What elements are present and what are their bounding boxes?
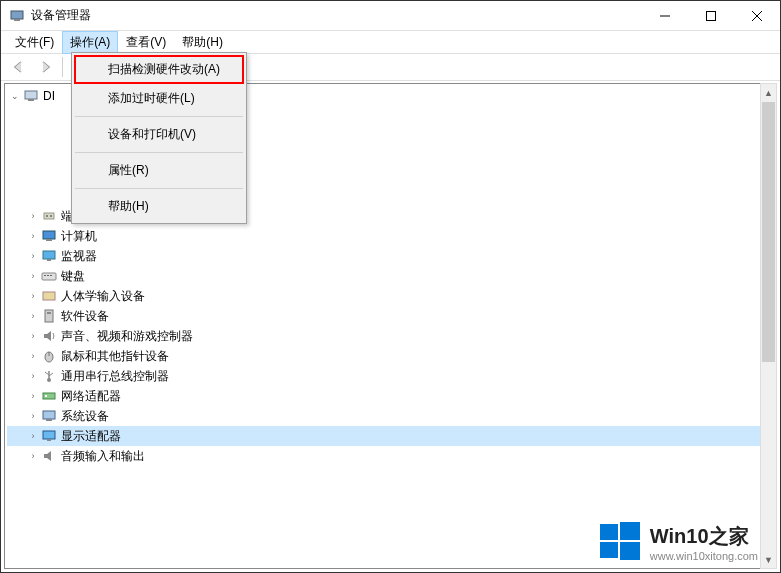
tree-item-usb[interactable]: ›通用串行总线控制器 xyxy=(7,366,774,386)
svg-rect-20 xyxy=(45,310,53,322)
system-icon xyxy=(41,408,57,424)
tree-item-computer[interactable]: ›计算机 xyxy=(7,226,774,246)
collapse-icon[interactable]: ⌄ xyxy=(7,88,23,104)
svg-rect-8 xyxy=(44,213,54,219)
mouse-icon xyxy=(41,348,57,364)
svg-rect-16 xyxy=(44,275,46,276)
svg-rect-18 xyxy=(50,275,52,276)
expand-icon[interactable]: › xyxy=(25,448,41,464)
expand-icon[interactable]: › xyxy=(25,428,41,444)
back-button[interactable] xyxy=(7,56,31,78)
port-icon xyxy=(41,208,57,224)
toolbar-separator xyxy=(62,57,63,77)
display-icon xyxy=(41,428,57,444)
app-icon xyxy=(9,8,25,24)
svg-rect-33 xyxy=(47,439,51,441)
menu-help[interactable]: 帮助(H) xyxy=(174,31,231,54)
svg-rect-32 xyxy=(43,431,55,439)
menubar: 文件(F) 操作(A) 查看(V) 帮助(H) xyxy=(1,31,780,53)
svg-rect-19 xyxy=(43,292,55,300)
expand-icon[interactable]: › xyxy=(25,348,41,364)
window-controls xyxy=(642,1,780,31)
menu-properties[interactable]: 属性(R) xyxy=(74,156,244,185)
monitor-icon xyxy=(41,248,57,264)
maximize-button[interactable] xyxy=(688,1,734,31)
keyboard-icon xyxy=(41,268,57,284)
tree-item-hid[interactable]: ›人体学输入设备 xyxy=(7,286,774,306)
svg-rect-21 xyxy=(47,312,51,314)
tree-item-mouse[interactable]: ›鼠标和其他指针设备 xyxy=(7,346,774,366)
svg-rect-12 xyxy=(46,239,52,241)
tree-item-audioio[interactable]: ›音频输入和输出 xyxy=(7,446,774,466)
menu-separator xyxy=(75,116,243,117)
svg-rect-7 xyxy=(28,99,34,101)
computer-icon xyxy=(41,228,57,244)
menu-file[interactable]: 文件(F) xyxy=(7,31,62,54)
computer-icon xyxy=(23,88,39,104)
tree-item-keyboard[interactable]: ›键盘 xyxy=(7,266,774,286)
tree-item-software[interactable]: ›软件设备 xyxy=(7,306,774,326)
tree-item-system[interactable]: ›系统设备 xyxy=(7,406,774,426)
menu-separator xyxy=(75,152,243,153)
expand-icon[interactable]: › xyxy=(25,388,41,404)
menu-scan-hardware[interactable]: 扫描检测硬件改动(A) xyxy=(74,55,244,84)
minimize-button[interactable] xyxy=(642,1,688,31)
svg-rect-30 xyxy=(43,411,55,419)
svg-rect-31 xyxy=(46,419,52,421)
svg-rect-17 xyxy=(47,275,49,276)
scrollbar-thumb[interactable] xyxy=(762,102,775,362)
menu-devices-printers[interactable]: 设备和打印机(V) xyxy=(74,120,244,149)
titlebar: 设备管理器 xyxy=(1,1,780,31)
action-dropdown: 扫描检测硬件改动(A) 添加过时硬件(L) 设备和打印机(V) 属性(R) 帮助… xyxy=(71,52,247,224)
audioio-icon xyxy=(41,448,57,464)
tree-item-monitor[interactable]: ›监视器 xyxy=(7,246,774,266)
svg-rect-11 xyxy=(43,231,55,239)
expand-icon[interactable]: › xyxy=(25,308,41,324)
scroll-up-button[interactable]: ▲ xyxy=(761,84,776,101)
svg-point-9 xyxy=(46,215,48,217)
expand-icon[interactable]: › xyxy=(25,328,41,344)
svg-rect-29 xyxy=(45,395,47,397)
audio-icon xyxy=(41,328,57,344)
svg-rect-13 xyxy=(43,251,55,259)
network-icon xyxy=(41,388,57,404)
expand-icon[interactable]: › xyxy=(25,408,41,424)
expand-icon[interactable]: › xyxy=(25,228,41,244)
expand-icon[interactable]: › xyxy=(25,208,41,224)
tree-item-network[interactable]: ›网络适配器 xyxy=(7,386,774,406)
tree-item-audio[interactable]: ›声音、视频和游戏控制器 xyxy=(7,326,774,346)
vertical-scrollbar[interactable]: ▲ ▼ xyxy=(760,83,777,569)
menu-add-legacy-hardware[interactable]: 添加过时硬件(L) xyxy=(74,84,244,113)
menu-separator xyxy=(75,188,243,189)
tree-root-label: DI xyxy=(43,89,55,103)
expand-icon[interactable]: › xyxy=(25,368,41,384)
expand-icon[interactable]: › xyxy=(25,288,41,304)
menu-help[interactable]: 帮助(H) xyxy=(74,192,244,221)
forward-button[interactable] xyxy=(33,56,57,78)
svg-rect-1 xyxy=(14,19,20,21)
svg-rect-15 xyxy=(42,273,56,280)
software-icon xyxy=(41,308,57,324)
menu-view[interactable]: 查看(V) xyxy=(118,31,174,54)
menu-action[interactable]: 操作(A) xyxy=(62,31,118,54)
window-title: 设备管理器 xyxy=(31,7,642,24)
tree-item-display[interactable]: ›显示适配器 xyxy=(7,426,774,446)
svg-rect-28 xyxy=(43,393,55,399)
svg-rect-6 xyxy=(25,91,37,99)
scroll-down-button[interactable]: ▼ xyxy=(761,551,776,568)
svg-rect-3 xyxy=(707,11,716,20)
usb-icon xyxy=(41,368,57,384)
expand-icon[interactable]: › xyxy=(25,248,41,264)
close-button[interactable] xyxy=(734,1,780,31)
expand-icon[interactable]: › xyxy=(25,268,41,284)
svg-rect-14 xyxy=(47,259,51,261)
svg-rect-0 xyxy=(11,11,23,19)
hid-icon xyxy=(41,288,57,304)
svg-point-10 xyxy=(50,215,52,217)
